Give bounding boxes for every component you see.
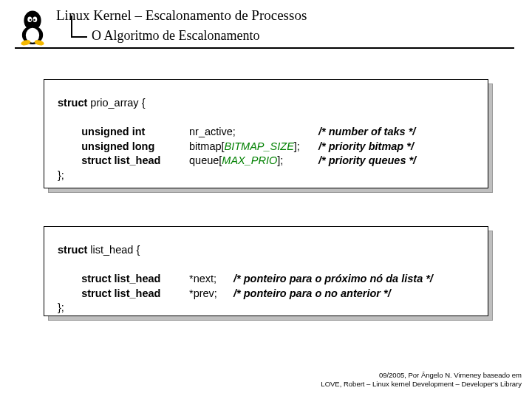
- code-line: };: [58, 301, 476, 316]
- code-line: };: [58, 168, 476, 183]
- code-col-types: unsigned int unsigned long struct list_h…: [58, 111, 189, 168]
- page-title: Linux Kernel – Escalonamento de Processo…: [56, 7, 307, 24]
- header-divider: [15, 47, 514, 49]
- svg-point-5: [30, 19, 32, 21]
- page-subtitle: O Algoritmo de Escalonamento: [92, 28, 259, 44]
- code-line: struct list_head {: [58, 243, 476, 258]
- tux-icon: [16, 9, 49, 46]
- code-box-prio-array: struct prio_array { unsigned int unsigne…: [44, 79, 488, 188]
- code-box-list-head: struct list_head { struct list_head stru…: [44, 226, 488, 316]
- tree-connector-icon: [56, 29, 87, 44]
- subtitle-row: O Algoritmo de Escalonamento: [56, 28, 259, 44]
- svg-point-6: [33, 19, 35, 21]
- code-col-types: struct list_head struct list_head: [58, 258, 189, 301]
- code-line: struct prio_array {: [58, 96, 476, 111]
- footer-line: 09/2005, Por Ângelo N. Vimeney baseado e…: [321, 371, 522, 380]
- code-col-names: *next; *prev;: [189, 258, 233, 301]
- code-col-names: nr_active; bitmap[BITMAP_SIZE]; queue[MA…: [189, 111, 318, 168]
- footer-line: LOVE, Robert – Linux kernel Development …: [321, 380, 522, 389]
- code-col-comments: /* ponteiro para o próximo nó da lista *…: [233, 258, 433, 301]
- footer-credits: 09/2005, Por Ângelo N. Vimeney baseado e…: [321, 371, 522, 389]
- code-col-comments: /* number of taks */ /* priority bitmap …: [318, 111, 416, 168]
